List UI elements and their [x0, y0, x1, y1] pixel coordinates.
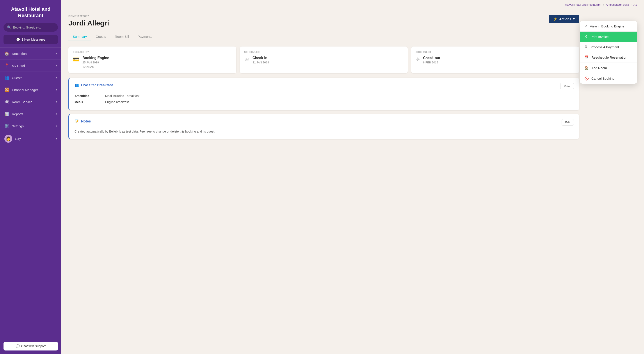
- search-bar[interactable]: 🔍: [4, 23, 58, 32]
- nav-item-left-reports: 📊 Reports: [4, 111, 24, 116]
- info-card-label-check-in: SCHEDULED: [244, 51, 403, 53]
- tab-guests[interactable]: Guests: [91, 33, 110, 41]
- info-card-icon-created-by: 💳: [73, 56, 79, 63]
- info-card-main-check-in: Check-in 31 JAN 2019: [252, 56, 269, 65]
- nav-item-left-settings: ⚙️ Settings: [4, 124, 24, 128]
- header-left: BBNB10720087 Jordi Allegri: [68, 15, 549, 32]
- dropdown-label-cancel-booking: Cancel Booking: [592, 77, 614, 80]
- rate-rows: Amenities · Meal included - breakfast Me…: [74, 93, 574, 105]
- nav-item-left-room-service: 🍽️ Room Service: [4, 99, 32, 104]
- search-input[interactable]: [13, 26, 54, 29]
- view-rate-button[interactable]: View: [560, 83, 574, 89]
- sidebar-item-room-service[interactable]: 🍽️ Room Service ▾: [0, 96, 62, 108]
- nav-chevron-settings: ▾: [56, 124, 57, 127]
- nav-item-left-channel-manager: 🔀 Channel Manager: [4, 87, 38, 92]
- new-messages-button[interactable]: 💬 1 New Messages: [4, 35, 58, 44]
- chat-support-label: Chat with Support: [21, 344, 46, 348]
- sidebar-item-reports[interactable]: 📊 Reports ▾: [0, 108, 62, 120]
- info-card-icon-check-out: ✈: [416, 56, 420, 63]
- tab-payments[interactable]: Payments: [133, 33, 157, 41]
- dropdown-item-view-booking-engine[interactable]: ↗ View in Booking Engine: [580, 21, 637, 32]
- info-card-check-in: SCHEDULED 🛎 Check-in 31 JAN 2019: [240, 47, 408, 73]
- breadcrumb-suite[interactable]: Ambassador Suite: [606, 3, 629, 6]
- nav-icon-channel-manager: 🔀: [4, 87, 9, 92]
- sidebar-item-channel-manager[interactable]: 🔀 Channel Manager ▾: [0, 84, 62, 96]
- rate-row-label: Meals: [74, 100, 96, 104]
- header-row: BBNB10720087 Jordi Allegri ⚡ Actions ▾: [68, 15, 579, 32]
- info-cards: CREATED BY 💳 Booking Engine 25 JAN 2019 …: [68, 47, 579, 73]
- nav-list: 🏠 Reception ▾ 📍 My Hotel ▾ 👥 Guests ▾ 🔀 …: [0, 47, 62, 132]
- new-messages-label: 1 New Messages: [22, 38, 45, 41]
- dropdown-icon-process-payment: 🏛: [584, 45, 588, 49]
- info-card-main-created-by: Booking Engine 25 JAN 2019 12:28 AM: [82, 56, 109, 69]
- nav-label-reports: Reports: [12, 112, 24, 116]
- rate-section-title: 👥 Five Star Breakfast: [74, 83, 113, 87]
- nav-chevron-reception: ▾: [56, 52, 57, 55]
- nav-chevron-channel-manager: ▾: [56, 88, 57, 91]
- actions-label: Actions: [559, 17, 571, 21]
- info-card-icon-check-in: 🛎: [244, 56, 250, 63]
- info-card-title-created-by: Booking Engine: [82, 56, 109, 60]
- dropdown-item-process-payment[interactable]: 🏛 Process A Payment: [580, 42, 637, 52]
- nav-item-left-reception: 🏠 Reception: [4, 51, 27, 56]
- dropdown-item-cancel-booking[interactable]: 🚫 Cancel Booking: [580, 73, 637, 84]
- chat-icon: 💬: [16, 344, 20, 348]
- nav-icon-my-hotel: 📍: [4, 63, 9, 68]
- tab-room-bill[interactable]: Room Bill: [110, 33, 133, 41]
- search-icon: 🔍: [7, 25, 12, 29]
- notes-section-title: 📝 Notes: [74, 119, 91, 123]
- user-chevron-icon: ▾: [56, 137, 57, 140]
- info-card-label-created-by: CREATED BY: [73, 51, 232, 53]
- dropdown-label-view-booking-engine: View in Booking Engine: [590, 24, 624, 28]
- dropdown-label-reschedule-reservation: Reschedule Reservation: [592, 56, 627, 59]
- dropdown-icon-reschedule-reservation: 📅: [584, 55, 589, 60]
- user-section[interactable]: 👩 Lory ▾: [0, 132, 62, 145]
- nav-label-room-service: Room Service: [12, 100, 32, 104]
- chat-support-button[interactable]: 💬 Chat with Support: [4, 342, 58, 350]
- info-card-main-check-out: Check-out 8 FEB 2019: [423, 56, 440, 65]
- notes-section-header: 📝 Notes Edit: [74, 119, 574, 125]
- nav-icon-room-service: 🍽️: [4, 99, 9, 104]
- info-card-check-out: SCHEDULED ✈ Check-out 8 FEB 2019: [411, 47, 579, 73]
- breadcrumb: Atavoli Hotel and Restaurant › Ambassado…: [62, 0, 644, 10]
- dropdown-icon-cancel-booking: 🚫: [584, 76, 589, 81]
- actions-chevron-icon: ▾: [573, 17, 575, 21]
- nav-label-reception: Reception: [12, 52, 27, 56]
- notes-icon: 📝: [74, 119, 79, 123]
- info-card-subtitle-check-in: 31 JAN 2019: [252, 60, 269, 65]
- info-card-content-check-out: ✈ Check-out 8 FEB 2019: [416, 56, 575, 65]
- nav-icon-reports: 📊: [4, 111, 9, 116]
- lightning-icon: ⚡: [553, 17, 558, 21]
- rate-row: Amenities · Meal included - breakfast: [74, 93, 574, 99]
- sidebar-item-guests[interactable]: 👥 Guests ▾: [0, 72, 62, 84]
- dropdown-item-print-invoice[interactable]: 🖨 Print Invoice: [580, 32, 637, 42]
- nav-label-guests: Guests: [12, 76, 22, 80]
- nav-chevron-room-service: ▾: [56, 100, 57, 103]
- tab-summary[interactable]: Summary: [68, 33, 91, 41]
- nav-icon-settings: ⚙️: [4, 124, 9, 128]
- actions-button[interactable]: ⚡ Actions ▾: [549, 15, 579, 23]
- edit-notes-button[interactable]: Edit: [562, 119, 574, 125]
- sidebar-footer: 💬 Chat with Support: [0, 338, 62, 354]
- rate-title-text: Five Star Breakfast: [81, 83, 113, 87]
- rate-section-header: 👥 Five Star Breakfast View: [74, 83, 574, 89]
- breadcrumb-hotel[interactable]: Atavoli Hotel and Restaurant: [565, 3, 601, 6]
- rate-section-card: 👥 Five Star Breakfast View Amenities · M…: [68, 78, 579, 110]
- info-card-content-created-by: 💳 Booking Engine 25 JAN 2019 12:28 AM: [73, 56, 232, 69]
- info-card-subtitle-check-out: 8 FEB 2019: [423, 60, 440, 65]
- nav-chevron-my-hotel: ▾: [56, 64, 57, 67]
- booking-id: BBNB10720087: [68, 15, 549, 18]
- dropdown-label-add-room: Add Room: [592, 66, 607, 70]
- sidebar-item-settings[interactable]: ⚙️ Settings ▾: [0, 120, 62, 132]
- actions-dropdown: ↗ View in Booking Engine 🖨 Print Invoice…: [580, 21, 637, 84]
- dropdown-item-reschedule-reservation[interactable]: 📅 Reschedule Reservation: [580, 52, 637, 63]
- sidebar-title: Atavoli Hotel and Restaurant: [0, 0, 62, 23]
- info-card-title-check-out: Check-out: [423, 56, 440, 60]
- sidebar-item-my-hotel[interactable]: 📍 My Hotel ▾: [0, 60, 62, 72]
- notes-title-text: Notes: [81, 119, 91, 123]
- dropdown-item-add-room[interactable]: 🏠 Add Room: [580, 63, 637, 73]
- nav-chevron-reports: ▾: [56, 112, 57, 115]
- sidebar-item-reception[interactable]: 🏠 Reception ▾: [0, 47, 62, 60]
- rate-row-value: · English breakfast: [104, 100, 129, 104]
- nav-chevron-guests: ▾: [56, 76, 57, 79]
